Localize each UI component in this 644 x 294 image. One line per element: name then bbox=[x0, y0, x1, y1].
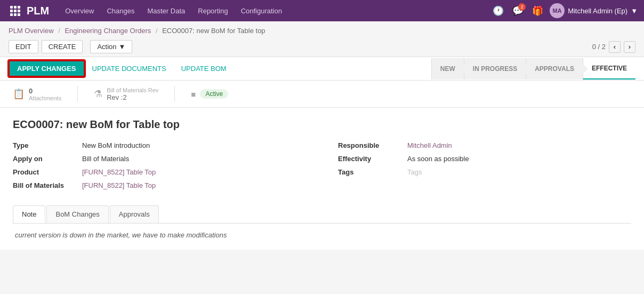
field-bom-value[interactable]: [FURN_8522] Table Top bbox=[82, 181, 156, 189]
breadcrumb: PLM Overview / Engineering Change Orders… bbox=[0, 21, 644, 38]
tab-approvals[interactable]: Approvals bbox=[110, 205, 159, 223]
tab-note[interactable]: Note bbox=[13, 205, 45, 223]
attachment-icon: 📋 bbox=[13, 88, 25, 100]
field-type: Type New BoM introduction bbox=[13, 141, 306, 149]
action-bar: EDIT CREATE Action ▼ 0 / 2 ‹ › bbox=[0, 38, 644, 57]
nav-changes[interactable]: Changes bbox=[100, 0, 141, 21]
field-effectivity: Effectivity As soon as possible bbox=[338, 155, 631, 163]
grid-icon bbox=[10, 6, 20, 16]
bom-label: Bill of Materials Rev bbox=[107, 87, 158, 93]
breadcrumb-sep-1: / bbox=[58, 27, 60, 35]
fields-grid: Type New BoM introduction Apply on Bill … bbox=[13, 141, 631, 195]
gift-icon[interactable]: 🎁 bbox=[530, 3, 545, 19]
field-tags-label: Tags bbox=[338, 168, 402, 176]
info-divider-2 bbox=[174, 86, 175, 102]
action-chevron-icon: ▼ bbox=[119, 43, 126, 51]
apply-changes-button[interactable]: APPLY CHANGES bbox=[9, 60, 85, 77]
main-content: ECO0007: new BoM for Table top Type New … bbox=[0, 108, 644, 250]
step-effective[interactable]: EFFECTIVE bbox=[583, 58, 635, 80]
field-responsible: Responsible Mitchell Admin bbox=[338, 141, 631, 149]
field-effectivity-label: Effectivity bbox=[338, 155, 402, 163]
clock-icon[interactable]: 🕐 bbox=[490, 3, 506, 19]
info-divider-1 bbox=[77, 86, 78, 102]
action-label: Action bbox=[97, 43, 116, 51]
top-navigation: PLM Overview Changes Master Data Reporti… bbox=[0, 0, 644, 21]
breadcrumb-eco[interactable]: Engineering Change Orders bbox=[65, 27, 151, 35]
user-dropdown-icon: ▼ bbox=[631, 7, 638, 15]
step-in-progress-arrow bbox=[526, 63, 531, 74]
attachments-label: Attachments bbox=[29, 95, 61, 101]
field-type-label: Type bbox=[13, 141, 77, 149]
status-steps: NEW IN PROGRESS APPROVALS EFFECTIVE bbox=[431, 58, 635, 80]
pager-next-button[interactable]: › bbox=[624, 41, 635, 53]
field-tags-value[interactable]: Tags bbox=[407, 168, 422, 176]
create-button[interactable]: CREATE bbox=[42, 40, 83, 53]
field-product-label: Product bbox=[13, 168, 77, 176]
attachments-count: 0 bbox=[29, 87, 61, 95]
user-name: Mitchell Admin (Ep) bbox=[568, 7, 627, 15]
step-approvals-label: APPROVALS bbox=[535, 65, 574, 73]
step-approvals-arrow bbox=[583, 63, 588, 74]
tab-note-content: current version is down in the market, w… bbox=[13, 224, 631, 241]
active-icon: ■ bbox=[191, 90, 196, 99]
update-bom-button[interactable]: UPDATE BOM bbox=[174, 60, 234, 77]
field-type-value: New BoM introduction bbox=[82, 141, 150, 149]
field-bom: Bill of Materials [FURN_8522] Table Top bbox=[13, 181, 306, 189]
toolbar: APPLY CHANGES UPDATE DOCUMENTS UPDATE BO… bbox=[0, 57, 644, 81]
attachments-text: 0 Attachments bbox=[29, 87, 61, 101]
active-info[interactable]: ■ Active bbox=[191, 89, 228, 99]
right-fields: Responsible Mitchell Admin Effectivity A… bbox=[338, 141, 631, 195]
field-tags: Tags Tags bbox=[338, 168, 631, 176]
update-documents-button[interactable]: UPDATE DOCUMENTS bbox=[85, 60, 174, 77]
step-effective-label: EFFECTIVE bbox=[592, 65, 627, 72]
chat-icon[interactable]: 💬 2 bbox=[510, 3, 526, 19]
breadcrumb-current: ECO0007: new BoM for Table top bbox=[162, 27, 265, 35]
tab-bom-changes[interactable]: BoM Changes bbox=[46, 205, 108, 223]
pager-prev-button[interactable]: ‹ bbox=[609, 41, 621, 53]
attachments-info[interactable]: 📋 0 Attachments bbox=[13, 87, 61, 101]
pager: 0 / 2 ‹ › bbox=[592, 41, 635, 53]
pager-count: 0 / 2 bbox=[592, 43, 606, 51]
field-responsible-label: Responsible bbox=[338, 141, 402, 149]
user-avatar: MA bbox=[550, 3, 565, 18]
tabs-bar: Note BoM Changes Approvals bbox=[13, 205, 631, 224]
note-text: current version is down in the market, w… bbox=[15, 231, 227, 239]
record-title: ECO0007: new BoM for Table top bbox=[13, 118, 631, 131]
info-bar: 📋 0 Attachments ⚗ Bill of Materials Rev … bbox=[0, 81, 644, 108]
breadcrumb-plm[interactable]: PLM Overview bbox=[9, 27, 54, 35]
bom-text: Bill of Materials Rev Rev :2 bbox=[107, 87, 158, 101]
nav-overview[interactable]: Overview bbox=[59, 0, 100, 21]
chat-badge: 2 bbox=[518, 3, 526, 11]
nav-master-data[interactable]: Master Data bbox=[141, 0, 191, 21]
nav-reporting[interactable]: Reporting bbox=[191, 0, 234, 21]
field-product-value[interactable]: [FURN_8522] Table Top bbox=[82, 168, 156, 176]
field-apply-on-label: Apply on bbox=[13, 155, 77, 163]
left-fields: Type New BoM introduction Apply on Bill … bbox=[13, 141, 306, 195]
step-new-label: NEW bbox=[440, 65, 455, 73]
field-product: Product [FURN_8522] Table Top bbox=[13, 168, 306, 176]
flask-icon: ⚗ bbox=[94, 88, 102, 100]
active-badge: Active bbox=[200, 89, 228, 99]
bom-value: Rev :2 bbox=[107, 93, 158, 101]
bom-info[interactable]: ⚗ Bill of Materials Rev Rev :2 bbox=[94, 87, 158, 101]
field-bom-label: Bill of Materials bbox=[13, 181, 77, 189]
field-responsible-value[interactable]: Mitchell Admin bbox=[407, 141, 452, 149]
field-apply-on-value: Bill of Materials bbox=[82, 155, 129, 163]
topnav-right: 🕐 💬 2 🎁 MA Mitchell Admin (Ep) ▼ bbox=[490, 3, 638, 19]
field-apply-on: Apply on Bill of Materials bbox=[13, 155, 306, 163]
app-brand: PLM bbox=[27, 5, 49, 17]
action-dropdown-button[interactable]: Action ▼ bbox=[90, 40, 132, 53]
step-approvals[interactable]: APPROVALS bbox=[526, 58, 583, 80]
edit-button[interactable]: EDIT bbox=[9, 40, 38, 53]
step-new[interactable]: NEW bbox=[431, 58, 464, 80]
step-in-progress[interactable]: IN PROGRESS bbox=[464, 58, 526, 80]
step-in-progress-label: IN PROGRESS bbox=[473, 65, 517, 73]
nav-links: Overview Changes Master Data Reporting C… bbox=[59, 0, 490, 21]
field-effectivity-value: As soon as possible bbox=[407, 155, 469, 163]
breadcrumb-sep-2: / bbox=[156, 27, 158, 35]
nav-configuration[interactable]: Configuration bbox=[235, 0, 288, 21]
step-new-arrow bbox=[464, 63, 469, 74]
grid-menu-button[interactable] bbox=[6, 0, 23, 21]
user-menu[interactable]: MA Mitchell Admin (Ep) ▼ bbox=[550, 3, 638, 18]
